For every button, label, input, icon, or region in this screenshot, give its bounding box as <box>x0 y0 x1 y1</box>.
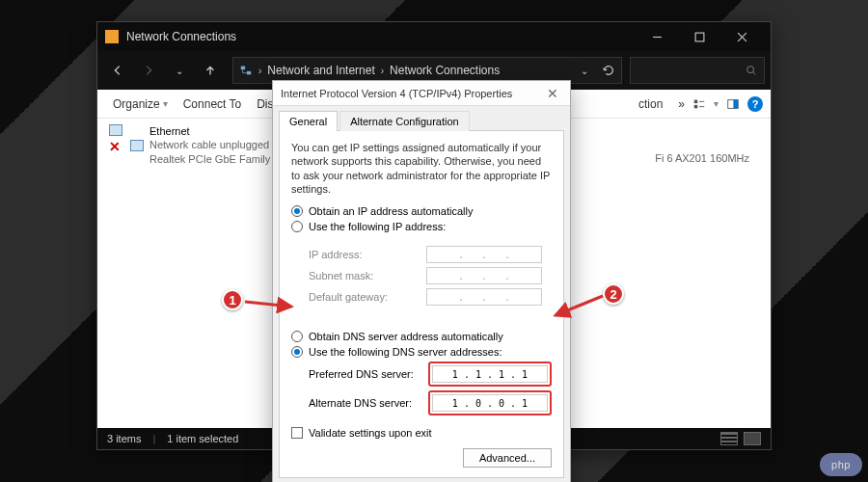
details-view-button[interactable] <box>720 432 738 445</box>
radio-auto-ip[interactable]: Obtain an IP address automatically <box>291 205 552 217</box>
titlebar[interactable]: Network Connections <box>97 22 771 51</box>
window-title: Network Connections <box>126 30 636 43</box>
radio-icon <box>291 346 303 358</box>
radio-icon <box>291 205 303 217</box>
svg-rect-9 <box>694 104 698 108</box>
info-text: You can get IP settings assigned automat… <box>291 141 552 196</box>
dialog-title: Internet Protocol Version 4 (TCP/IPv4) P… <box>281 88 543 99</box>
app-icon <box>105 30 119 43</box>
network-icon <box>239 64 253 77</box>
svg-rect-8 <box>694 99 698 103</box>
subnet-mask-input: . . . <box>426 267 542 284</box>
label-pref-dns: Preferred DNS server: <box>309 368 428 380</box>
advanced-button[interactable]: Advanced... <box>463 448 552 468</box>
validate-checkbox-row[interactable]: Validate settings upon exit <box>291 427 552 439</box>
organize-menu[interactable]: Organize ▾ <box>105 94 176 115</box>
annotation-badge-1: 1 <box>222 289 243 310</box>
back-button[interactable] <box>103 56 132 85</box>
selected-count: 1 item selected <box>167 433 238 444</box>
adapter-wifi-truncated[interactable]: Fi 6 AX201 160MHz <box>655 124 749 424</box>
tab-general[interactable]: General <box>279 111 338 131</box>
ipv4-properties-dialog: Internet Protocol Version 4 (TCP/IPv4) P… <box>272 80 571 482</box>
gateway-input: . . . <box>426 288 542 306</box>
ip-address-input: . . . <box>426 246 542 263</box>
chevron-right-icon: › <box>258 66 261 76</box>
ethernet-icon: ✕ <box>109 124 144 155</box>
label-ip: IP address: <box>309 249 426 260</box>
svg-line-15 <box>245 302 291 307</box>
item-count: 3 items <box>107 433 141 444</box>
checkbox-icon <box>291 427 303 439</box>
search-icon <box>745 64 758 77</box>
label-subnet: Subnet mask: <box>309 270 426 281</box>
svg-rect-5 <box>247 71 251 75</box>
connect-to-button[interactable]: Connect To <box>176 94 250 115</box>
dialog-tabs: General Alternate Configuration <box>273 106 570 130</box>
minimize-button[interactable] <box>636 22 678 51</box>
overflow-button[interactable]: » <box>670 94 692 115</box>
tab-alternate[interactable]: Alternate Configuration <box>339 111 470 131</box>
help-icon[interactable]: ? <box>747 96 763 112</box>
radio-use-dns[interactable]: Use the following DNS server addresses: <box>291 346 552 358</box>
breadcrumb-current[interactable]: Network Connections <box>390 64 500 77</box>
chevron-right-icon: › <box>381 66 384 76</box>
radio-auto-dns[interactable]: Obtain DNS server address automatically <box>291 331 552 342</box>
chevron-down-icon[interactable]: ⌄ <box>581 66 588 76</box>
radio-use-ip[interactable]: Use the following IP address: <box>291 221 552 232</box>
annotation-arrow-2 <box>550 294 608 327</box>
breadcrumb-root[interactable]: Network and Internet <box>267 64 374 77</box>
label-gateway: Default gateway: <box>309 291 426 303</box>
svg-rect-4 <box>241 67 245 70</box>
forward-button[interactable] <box>134 56 163 85</box>
up-button[interactable] <box>196 56 225 85</box>
annotation-arrow-1 <box>243 294 301 317</box>
search-box[interactable] <box>630 57 765 84</box>
radio-icon <box>291 221 303 232</box>
view-options-icon[interactable] <box>692 97 706 111</box>
error-icon: ✕ <box>109 138 121 155</box>
label-alt-dns: Alternate DNS server: <box>309 397 428 409</box>
dialog-titlebar[interactable]: Internet Protocol Version 4 (TCP/IPv4) P… <box>273 81 570 106</box>
svg-rect-1 <box>695 33 704 41</box>
dialog-close-button[interactable]: ✕ <box>543 86 562 101</box>
recent-dropdown[interactable]: ⌄ <box>165 56 194 85</box>
preferred-dns-input[interactable]: 1 . 1 . 1 . 1 <box>432 365 548 383</box>
preview-pane-icon[interactable] <box>726 97 740 111</box>
wifi-device-truncated: Fi 6 AX201 160MHz <box>655 151 749 165</box>
maximize-button[interactable] <box>678 22 720 51</box>
svg-point-6 <box>747 67 754 73</box>
close-button[interactable] <box>720 22 763 51</box>
svg-rect-14 <box>734 99 738 108</box>
large-icons-view-button[interactable] <box>744 432 761 445</box>
alternate-dns-input[interactable]: 1 . 0 . 0 . 1 <box>432 394 548 412</box>
connection-truncated[interactable]: ction <box>631 94 670 115</box>
svg-line-7 <box>753 72 756 75</box>
svg-line-16 <box>556 296 603 315</box>
refresh-icon[interactable] <box>602 64 615 77</box>
radio-icon <box>291 331 303 342</box>
watermark-logo: php <box>820 453 862 476</box>
